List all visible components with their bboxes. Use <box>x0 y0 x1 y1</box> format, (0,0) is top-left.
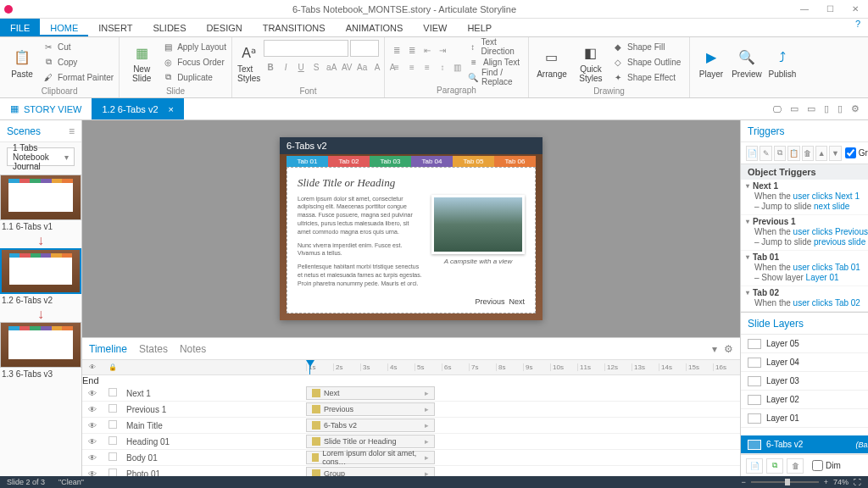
layer-row[interactable]: Layer 01 <box>741 409 868 428</box>
lock-icon[interactable] <box>103 436 123 446</box>
slide-view-tab[interactable]: 1.2 6-Tabs v2× <box>92 98 183 119</box>
tab-timeline[interactable]: Timeline <box>89 343 127 355</box>
close-tab-icon[interactable]: × <box>169 104 174 114</box>
text-styles-button[interactable]: AᵃText Styles <box>237 40 260 86</box>
indent-button[interactable]: ⇥ <box>436 43 449 57</box>
trigger-item[interactable]: Next 1When the user clicks Next 1– Jump … <box>741 180 868 215</box>
timeline-row[interactable]: 👁Next 1Next▸ <box>82 385 740 402</box>
timeline-bar[interactable]: Lorem ipsum dolor sit amet, cons…▸ <box>306 451 435 464</box>
timeline-ruler[interactable]: 👁🔒 1s2s3s4s5s6s7s8s9s10s11s12s13s14s15s1… <box>82 360 740 375</box>
publish-button[interactable]: ⤴Publish <box>766 40 798 86</box>
slide-canvas[interactable]: 6-Tabs v2 Tab 01 Tab 02 Tab 03 Tab 04 Ta… <box>82 120 740 337</box>
laptop-icon[interactable]: ▭ <box>790 103 798 114</box>
timeline-bar[interactable]: Group▸ <box>306 467 435 476</box>
object-triggers-header[interactable]: Object Triggers— × <box>741 164 868 180</box>
tablet-landscape-icon[interactable]: ▭ <box>807 103 815 114</box>
expand-icon[interactable]: ▾ <box>712 343 717 355</box>
align-center-button[interactable]: ≡ <box>405 60 419 74</box>
apply-layout-button[interactable]: ▤Apply Layout <box>162 40 226 53</box>
paste-button[interactable]: 📋Paste <box>5 40 39 86</box>
tab-slides[interactable]: SLIDES <box>142 19 196 36</box>
trigger-item[interactable]: Previous 1When the user clicks Previous … <box>741 215 868 251</box>
layer-row[interactable]: Layer 03 <box>741 372 868 391</box>
zoom-in-button[interactable]: + <box>824 478 828 486</box>
timeline-bar[interactable]: Next▸ <box>306 386 435 400</box>
del-layer-button[interactable]: 🗑 <box>787 458 804 474</box>
eye-icon[interactable]: 👁 <box>82 437 103 446</box>
eye-icon[interactable]: 👁 <box>82 421 103 430</box>
thumb-1[interactable]: 1.1 6-Tabs v1 <box>0 175 81 231</box>
preview-button[interactable]: 🔍Preview <box>731 40 763 86</box>
tab-design[interactable]: DESIGN <box>197 19 253 36</box>
cut-button[interactable]: ✂Cut <box>42 40 114 53</box>
focus-order-button[interactable]: ◎Focus Order <box>162 55 226 69</box>
down-trigger-button[interactable]: ▼ <box>829 146 841 161</box>
spacing-button[interactable]: AV <box>340 60 353 74</box>
edit-trigger-button[interactable]: ✎ <box>760 146 771 161</box>
zoom-slider[interactable] <box>751 481 819 483</box>
next-link[interactable]: Next <box>509 297 525 306</box>
italic-button[interactable]: I <box>279 60 292 74</box>
help-icon[interactable]: ? <box>848 19 868 36</box>
trigger-item[interactable]: Tab 02When the user clicks Tab 02 <box>741 286 868 312</box>
bold-button[interactable]: B <box>264 60 277 74</box>
timeline-row[interactable]: 👁Previous 1Previous▸ <box>82 402 740 418</box>
scene-selector[interactable]: 1 Tabs Notebook Journal <box>7 147 75 166</box>
thumb-2[interactable]: 1.2 6-Tabs v2 <box>0 248 81 305</box>
panel-gear-icon[interactable]: ⚙ <box>724 343 733 355</box>
copy-trigger-button[interactable]: ⧉ <box>774 146 786 161</box>
scenes-gear-icon[interactable]: ≡ <box>69 125 75 137</box>
shape-outline-button[interactable]: ◇Shape Outline <box>612 55 681 69</box>
lock-icon[interactable] <box>103 404 123 414</box>
eye-icon[interactable]: 👁 <box>82 405 103 414</box>
player-button[interactable]: ▶Player <box>695 40 727 86</box>
tab-file[interactable]: FILE <box>0 19 40 36</box>
lock-icon[interactable] <box>103 452 123 463</box>
zoom-out-button[interactable]: − <box>741 478 745 486</box>
columns-button[interactable]: ▥ <box>451 60 465 74</box>
shape-fill-button[interactable]: ◆Shape Fill <box>612 40 681 53</box>
tab-insert[interactable]: INSERT <box>88 19 142 36</box>
slide-tab-2[interactable]: Tab 02 <box>328 156 370 167</box>
desktop-icon[interactable]: 🖵 <box>772 104 782 114</box>
settings-icon[interactable]: ⚙ <box>851 103 860 114</box>
quick-styles-button[interactable]: ◧Quick Styles <box>573 40 609 86</box>
copy-button[interactable]: ⧉Copy <box>42 55 114 69</box>
timeline-row[interactable]: 👁Body 01Lorem ipsum dolor sit amet, cons… <box>82 450 740 466</box>
outdent-button[interactable]: ⇤ <box>420 43 434 57</box>
font-size-select[interactable] <box>350 40 379 57</box>
slide[interactable]: 6-Tabs v2 Tab 01 Tab 02 Tab 03 Tab 04 Ta… <box>280 137 542 321</box>
align-left-button[interactable]: ≡ <box>390 60 403 74</box>
up-trigger-button[interactable]: ▲ <box>815 146 827 161</box>
dup-layer-button[interactable]: ⧉ <box>766 458 783 474</box>
new-slide-button[interactable]: ▦New Slide <box>125 40 159 86</box>
dim-checkbox[interactable] <box>812 460 823 471</box>
lock-icon[interactable] <box>103 469 123 476</box>
shadow-button[interactable]: aA <box>325 60 338 74</box>
maximize-button[interactable]: ☐ <box>817 0 843 19</box>
strike-button[interactable]: S <box>309 60 323 74</box>
timeline-row[interactable]: 👁Heading 01Slide Title or Heading▸ <box>82 434 740 450</box>
timeline-bar[interactable]: Slide Title or Heading▸ <box>306 435 435 448</box>
duplicate-button[interactable]: ⧉Duplicate <box>162 70 226 84</box>
layer-row[interactable]: Layer 02 <box>741 391 868 409</box>
tab-home[interactable]: HOME <box>40 19 88 36</box>
slide-tab-4[interactable]: Tab 04 <box>411 156 453 167</box>
minimize-button[interactable]: — <box>792 0 817 19</box>
eye-icon[interactable]: 👁 <box>82 469 103 477</box>
layer-row[interactable]: Layer 05 <box>741 335 868 353</box>
slide-tab-1[interactable]: Tab 01 <box>287 156 328 167</box>
eye-header-icon[interactable]: 👁 <box>82 363 103 371</box>
new-layer-button[interactable]: 📄 <box>746 458 763 474</box>
prev-link[interactable]: Previous <box>475 297 504 306</box>
font-family-select[interactable] <box>264 40 348 57</box>
lock-icon[interactable] <box>103 388 123 398</box>
find-replace-button[interactable]: 🔍Find / Replace <box>468 70 523 84</box>
close-button[interactable]: ✕ <box>843 0 868 19</box>
numbering-button[interactable]: ≣ <box>405 43 419 57</box>
tab-notes[interactable]: Notes <box>180 343 206 355</box>
tablet-portrait-icon[interactable]: ▯ <box>824 103 829 114</box>
group-checkbox[interactable] <box>845 147 856 158</box>
slide-tab-3[interactable]: Tab 03 <box>370 156 411 167</box>
underline-button[interactable]: U <box>294 60 308 74</box>
